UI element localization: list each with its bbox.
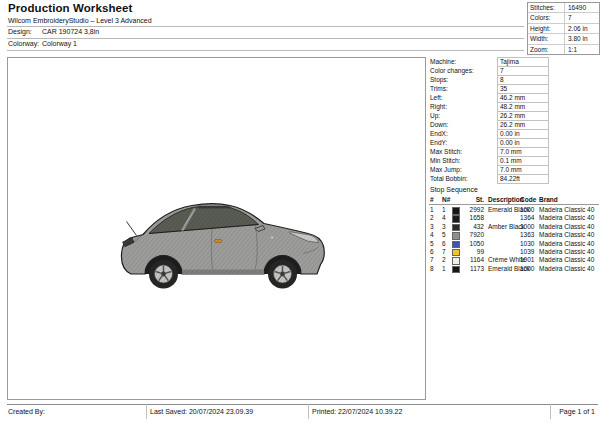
stats-value: 2.06 in [565, 24, 599, 33]
footer-divider [7, 404, 598, 405]
thread-brand: Madeira Classic 40 [539, 231, 594, 239]
design-canvas [7, 57, 426, 400]
thread-code: 1363 [520, 231, 534, 239]
needle-num: 6 [442, 240, 446, 248]
machine-info-label: EndX: [430, 130, 448, 137]
stats-label: Colors: [528, 13, 565, 22]
row-num: 5 [430, 240, 434, 248]
machine-info-label: Total Bobbin: [430, 175, 468, 182]
machine-info-row: Stops:8 [429, 75, 598, 84]
page-indicator: Page 1 of 1 [559, 408, 595, 415]
stop-sequence-header: # N# St. Description Code Brand [429, 195, 599, 205]
stats-row: Colors:7 [528, 13, 599, 23]
stop-sequence-row: 4579201363Madeira Classic 40 [429, 231, 599, 239]
machine-info-label: Max Jump: [430, 166, 462, 173]
row-num: 7 [430, 256, 434, 264]
machine-info-label: Trims: [430, 85, 448, 92]
thread-color-swatch [452, 266, 460, 274]
footer-separator [308, 404, 309, 419]
thread-color-swatch [452, 232, 460, 240]
row-num: 3 [430, 223, 434, 231]
machine-info-value: 84.22ft [497, 174, 549, 184]
thread-brand: Madeira Classic 40 [539, 206, 594, 214]
machine-info-label: Right: [430, 103, 447, 110]
thread-brand: Madeira Classic 40 [539, 256, 594, 264]
machine-info-row: Max Jump:7.0 mm [429, 165, 598, 174]
stitch-count: 1173 [461, 265, 484, 273]
thread-brand: Madeira Classic 40 [539, 223, 594, 231]
stats-label: Height: [528, 24, 565, 33]
stop-sequence-row: 112992Emerald Black1000Madeira Classic 4… [429, 206, 599, 214]
stats-row: Stitches:16490 [528, 3, 599, 13]
thread-color-swatch [452, 257, 460, 265]
thread-brand: Madeira Classic 40 [539, 248, 594, 256]
col-header-description: Description [488, 195, 524, 204]
machine-info-row: Up:26.2 mm [429, 111, 598, 120]
machine-info-row: Max Stitch:7.0 mm [429, 147, 598, 156]
thread-color-swatch [452, 249, 460, 257]
stats-row: Width:3.80 in [528, 34, 599, 44]
production-worksheet-page: Production Worksheet Wilcom EmbroiderySt… [0, 0, 600, 424]
stitch-count: 1658 [461, 214, 484, 222]
footer-separator [146, 404, 147, 419]
stitch-count: 7920 [461, 231, 484, 239]
car-design-image [115, 184, 331, 290]
app-subtitle: Wilcom EmbroideryStudio – Level 3 Advanc… [8, 17, 152, 24]
stop-sequence-row: 2416581364Madeira Classic 40 [429, 214, 599, 222]
machine-info-label: Stops: [430, 76, 448, 83]
created-by-label: Created By: [8, 408, 45, 415]
needle-num: 5 [442, 231, 446, 239]
stats-value: 7 [565, 13, 599, 22]
stop-sequence-row: 721164Crème White1001Madeira Classic 40 [429, 256, 599, 264]
stitch-count: 1050 [461, 240, 484, 248]
stitch-count: 99 [461, 248, 484, 256]
colorway-label: Colorway: [8, 40, 39, 47]
machine-info-label: EndY: [430, 139, 447, 146]
last-saved-text: Last Saved: 20/07/2024 23.09.39 [150, 408, 253, 415]
stop-sequence-table: 112992Emerald Black1000Madeira Classic 4… [429, 206, 599, 273]
col-header-brand: Brand [539, 195, 558, 204]
machine-info-label: Max Stitch: [430, 148, 462, 155]
printed-text: Printed: 22/07/2024 10.39.22 [312, 408, 402, 415]
thread-brand: Madeira Classic 40 [539, 265, 594, 273]
machine-info-label: Up: [430, 112, 440, 119]
machine-info-label: Min Stitch: [430, 157, 460, 164]
stats-row: Zoom:1:1 [528, 45, 599, 54]
thread-code: 1039 [520, 248, 534, 256]
machine-info-panel: Machine:Tajima Color changes:7 Stops:8 T… [429, 57, 598, 183]
stop-sequence-row: 5610501030Madeira Classic 40 [429, 240, 599, 248]
thread-code: 1000 [520, 265, 534, 273]
page-title: Production Worksheet [8, 2, 132, 14]
row-num: 8 [430, 265, 434, 273]
design-name: CAR 190724 3,8in [42, 28, 99, 35]
stats-label: Zoom: [528, 45, 565, 54]
machine-info-row: Right:48.2 mm [429, 102, 598, 111]
colorway-name: Colorway 1 [42, 40, 77, 47]
machine-info-row: EndX:0.00 in [429, 129, 598, 138]
divider [7, 26, 524, 27]
stop-sequence-row: 33432Amber Black1000Madeira Classic 40 [429, 223, 599, 231]
thread-code: 1000 [520, 206, 534, 214]
thread-code: 1000 [520, 223, 534, 231]
thread-code: 1001 [520, 256, 534, 264]
needle-num: 1 [442, 265, 446, 273]
machine-info-row: Total Bobbin:84.22ft [429, 174, 598, 183]
stats-value: 3.80 in [565, 34, 599, 43]
stats-label: Width: [528, 34, 565, 43]
stop-sequence-title: Stop Sequence [430, 186, 478, 193]
machine-info-row: Trims:35 [429, 84, 598, 93]
stats-label: Stitches: [528, 3, 565, 12]
needle-num: 7 [442, 248, 446, 256]
thread-color-swatch [452, 215, 460, 223]
col-header-needle: N# [442, 195, 450, 204]
thread-color-swatch [452, 241, 460, 249]
needle-num: 2 [442, 256, 446, 264]
stitch-count: 432 [461, 223, 484, 231]
row-num: 1 [430, 206, 434, 214]
row-num: 2 [430, 214, 434, 222]
needle-num: 1 [442, 206, 446, 214]
thread-color-swatch [452, 207, 460, 215]
stop-sequence-row: 811173Emerald Black1000Madeira Classic 4… [429, 265, 599, 273]
needle-num: 3 [442, 223, 446, 231]
machine-info-row: Min Stitch:0.1 mm [429, 156, 598, 165]
